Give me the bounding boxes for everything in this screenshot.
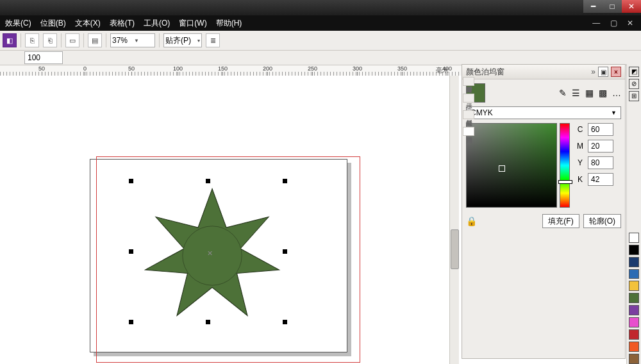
sv-marker[interactable] (499, 165, 505, 172)
palette-tool-icon[interactable]: ⊘ (629, 79, 639, 89)
k-label: K (576, 175, 584, 184)
palette-swatch[interactable] (629, 342, 639, 352)
docker-titlebar[interactable]: 颜色泊坞窗 » ▣ × (462, 65, 625, 79)
k-value: 42 (591, 175, 599, 184)
palette-swatch[interactable] (629, 245, 639, 255)
toolbar-separator (83, 33, 84, 47)
menu-effects[interactable]: 效果(C) (5, 18, 31, 29)
palette-swatch[interactable] (629, 281, 639, 291)
menu-bar: 效果(C) 位图(B) 文本(X) 表格(T) 工具(O) 窗口(W) 帮助(H… (0, 15, 641, 31)
palette-swatch[interactable] (629, 317, 639, 327)
palette-swatch[interactable] (629, 233, 639, 243)
fullscreen-icon[interactable]: ▭ (65, 33, 79, 47)
tool-rail: 对象管理器 提示 对象属性 颜色泊坞窗 (462, 77, 476, 346)
tab-object-properties[interactable]: 对象属性 (463, 110, 474, 119)
export-icon[interactable]: ⎗ (43, 33, 57, 47)
window-close-button[interactable]: ✕ (622, 0, 641, 13)
mdi-window-controls[interactable]: — ▢ ✕ (592, 19, 637, 28)
mixer-icon[interactable]: ▩ (599, 88, 607, 98)
toolbar-separator (61, 33, 62, 47)
saturation-value-field[interactable] (466, 123, 557, 208)
palette-swatch[interactable] (629, 329, 639, 340)
menu-bitmap[interactable]: 位图(B) (40, 18, 66, 29)
zoom-level-select[interactable]: 37% ▼ (110, 33, 155, 47)
y-input[interactable]: 80 (588, 156, 613, 169)
toolbar-separator (21, 33, 21, 47)
y-label: Y (576, 158, 584, 167)
main-toolbar: ◧ ⎘ ⎗ ▭ ▤ 37% ▼ 贴齐(P) ▾ ≣ (0, 31, 641, 51)
palette-tool-icon[interactable]: ⊞ (629, 91, 639, 101)
snap-menu[interactable]: 贴齐(P) ▾ (163, 33, 202, 47)
hue-strip[interactable] (560, 123, 570, 208)
docker-expand-button[interactable]: ▣ (598, 67, 608, 77)
menu-help[interactable]: 帮助(H) (216, 18, 242, 29)
window-minimize-button[interactable]: ━ (583, 0, 603, 13)
menu-window[interactable]: 窗口(W) (179, 18, 206, 29)
stroke-label: 轮廓(O) (589, 216, 615, 227)
hue-marker[interactable] (558, 180, 572, 184)
palette-swatch[interactable] (629, 293, 639, 303)
m-value: 20 (591, 142, 599, 151)
palette-swatch[interactable] (629, 354, 639, 364)
cmyk-inputs: C60 M20 Y80 K42 (576, 123, 613, 208)
color-docker: 颜色泊坞窗 » ▣ × ✎ ☰ ▦ ▩ … CMYK ▼ (462, 64, 626, 359)
options-icon[interactable]: ≣ (206, 33, 220, 47)
unknown-tool-icon[interactable]: ◧ (3, 33, 17, 47)
docker-collapse-icon[interactable]: » (591, 67, 595, 76)
zoom-value: 37% (112, 36, 128, 45)
menu-text[interactable]: 文本(X) (75, 18, 101, 29)
color-palette-rail: ◩⊘⊞ (626, 64, 641, 364)
import-icon[interactable]: ⎘ (25, 33, 39, 47)
palette-tool-icon[interactable]: ◩ (629, 67, 639, 77)
toolbar-separator (106, 33, 106, 47)
launch-icon[interactable]: ▤ (88, 33, 102, 47)
snap-label: 贴齐(P) (165, 35, 191, 46)
palette-swatch[interactable] (629, 269, 639, 279)
tab-object-manager[interactable]: 对象管理器 (463, 77, 474, 86)
m-input[interactable]: 20 (588, 140, 613, 153)
c-value: 60 (591, 125, 599, 134)
chevron-down-icon: ▼ (611, 110, 617, 116)
y-value: 80 (591, 158, 599, 167)
tab-color-docker[interactable]: 颜色泊坞窗 (463, 127, 474, 136)
color-model-select[interactable]: CMYK ▼ (466, 106, 621, 119)
apply-fill-button[interactable]: 填充(F) (542, 214, 579, 228)
palette-swatch[interactable] (629, 305, 639, 315)
numeric-field[interactable]: 100 (24, 51, 63, 64)
chevron-down-icon: ▾ (197, 38, 200, 44)
tab-hints[interactable]: 提示 (463, 94, 474, 103)
palette-swatch[interactable] (629, 257, 639, 267)
window-titlebar: ━ □ ✕ (0, 0, 641, 15)
c-input[interactable]: 60 (588, 123, 613, 136)
scroll-thumb[interactable] (451, 229, 459, 269)
docker-close-button[interactable]: × (611, 67, 621, 77)
numeric-value: 100 (28, 53, 40, 62)
more-icon[interactable]: … (612, 88, 621, 98)
property-bar: 100 (0, 51, 641, 65)
m-label: M (576, 142, 584, 151)
menu-tools[interactable]: 工具(O) (144, 18, 170, 29)
toolbar-separator (159, 33, 160, 47)
c-label: C (576, 125, 584, 134)
window-maximize-button[interactable]: □ (603, 0, 622, 13)
fill-label: 填充(F) (548, 216, 573, 227)
palette-icon[interactable]: ▦ (585, 88, 594, 98)
sliders-icon[interactable]: ☰ (572, 88, 580, 98)
menu-table[interactable]: 表格(T) (110, 18, 135, 29)
docker-title: 颜色泊坞窗 (466, 67, 504, 78)
vertical-scrollbar[interactable] (449, 76, 459, 364)
apply-outline-button[interactable]: 轮廓(O) (583, 214, 621, 228)
chevron-down-icon: ▼ (134, 38, 139, 44)
eyedropper-icon[interactable]: ✎ (559, 88, 567, 98)
red-selection-bounds (96, 156, 360, 363)
k-input[interactable]: 42 (588, 173, 613, 186)
